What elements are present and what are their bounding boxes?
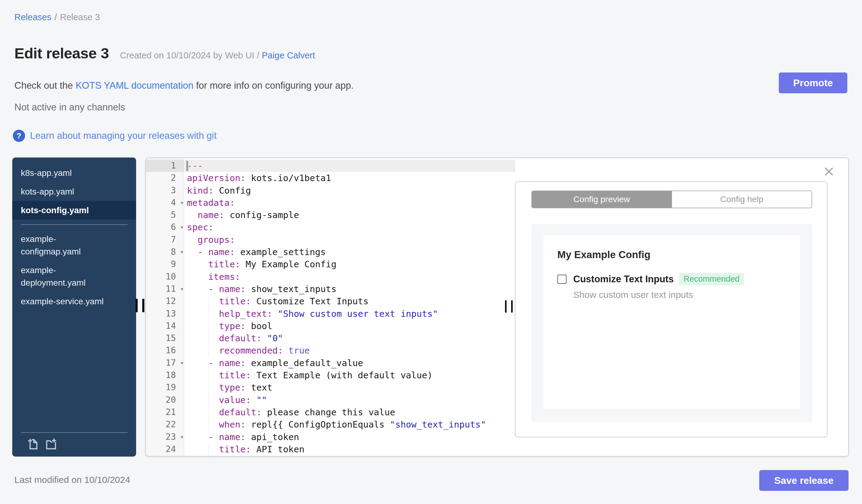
code-line-2[interactable]: apiVersion: kots.io/v1beta1 bbox=[184, 172, 515, 184]
config-preview-panel: Config previewConfig help My Example Con… bbox=[515, 158, 848, 456]
help-question-icon[interactable]: ? bbox=[13, 130, 25, 142]
indent-guide bbox=[208, 295, 209, 307]
config-item-row: Customize Text Inputs Recommended bbox=[557, 273, 786, 285]
code-line-23[interactable]: - name: api_token bbox=[184, 431, 515, 443]
code-line-22[interactable]: when: repl{{ ConfigOptionEquals "show_te… bbox=[184, 419, 515, 430]
line-number-14: 14 bbox=[146, 320, 184, 332]
tab-config-help[interactable]: Config help bbox=[671, 191, 811, 208]
indent-guide bbox=[208, 332, 209, 344]
line-number-22: 22 bbox=[146, 419, 184, 430]
created-text: Created on 10/10/2024 by Web UI / bbox=[120, 51, 259, 60]
git-releases-link[interactable]: Learn about managing your releases with … bbox=[30, 130, 217, 141]
customize-text-inputs-checkbox[interactable] bbox=[557, 275, 566, 284]
code-line-25[interactable]: type: password bbox=[184, 455, 515, 456]
line-number-19: 19 bbox=[146, 381, 184, 394]
code-line-13[interactable]: help_text: "Show custom user text inputs… bbox=[184, 308, 515, 320]
close-icon[interactable] bbox=[823, 166, 835, 177]
line-number-2: 2 bbox=[146, 172, 184, 184]
sidebar-file-kots-config.yaml[interactable]: kots-config.yaml bbox=[12, 201, 136, 220]
author-link[interactable]: Paige Calvert bbox=[262, 51, 315, 60]
git-help-row: ? Learn about managing your releases wit… bbox=[13, 130, 217, 142]
indent-guide bbox=[208, 455, 209, 456]
code-line-16[interactable]: recommended: true bbox=[184, 344, 515, 357]
code-line-24[interactable]: title: API token bbox=[184, 443, 515, 455]
new-file-icon[interactable] bbox=[26, 437, 40, 452]
yaml-editor[interactable]: ---apiVersion: kots.io/v1beta1kind: Conf… bbox=[184, 158, 515, 456]
line-number-7: 7 bbox=[146, 234, 184, 246]
code-line-9[interactable]: title: My Example Config bbox=[184, 258, 515, 270]
sidebar-file-example-service.yaml[interactable]: example-service.yaml bbox=[12, 292, 136, 311]
indent-guide bbox=[208, 381, 209, 394]
line-number-21: 21 bbox=[146, 406, 184, 419]
new-folder-icon[interactable] bbox=[44, 437, 58, 452]
sidebar-footer bbox=[12, 433, 136, 456]
code-line-18[interactable]: title: Text Example (with default value) bbox=[184, 369, 515, 381]
code-line-1[interactable]: --- bbox=[184, 160, 515, 172]
line-number-3: 3 bbox=[146, 184, 184, 197]
line-number-20: 20 bbox=[146, 394, 184, 406]
code-line-17[interactable]: - name: example_default_value bbox=[184, 357, 515, 369]
line-number-4: 4▾ bbox=[146, 197, 184, 209]
page-title: Edit release 3 bbox=[14, 45, 109, 62]
code-line-15[interactable]: default: "0" bbox=[184, 332, 515, 344]
rendered-config: My Example Config Customize Text Inputs … bbox=[544, 236, 800, 409]
sidebar-file-kots-app.yaml[interactable]: kots-app.yaml bbox=[12, 182, 136, 201]
code-line-10[interactable]: items: bbox=[184, 271, 515, 283]
config-group-title: My Example Config bbox=[557, 249, 786, 261]
code-line-5[interactable]: name: config-sample bbox=[184, 209, 515, 221]
save-release-button[interactable]: Save release bbox=[759, 470, 849, 491]
code-line-12[interactable]: title: Customize Text Inputs bbox=[184, 295, 515, 307]
code-line-6[interactable]: spec: bbox=[184, 221, 515, 233]
code-line-11[interactable]: - name: show_text_inputs bbox=[184, 283, 515, 295]
intro-text: Check out the KOTS YAML documentation fo… bbox=[14, 80, 354, 91]
line-number-11: 11▾ bbox=[146, 283, 184, 295]
indent-guide bbox=[208, 308, 209, 320]
line-number-13: 13 bbox=[146, 308, 184, 320]
editor-resize-handle[interactable] bbox=[505, 300, 513, 313]
code-line-21[interactable]: default: please change this value bbox=[184, 406, 515, 419]
line-number-15: 15 bbox=[146, 332, 184, 344]
preview-tabbar: Config previewConfig help bbox=[531, 190, 812, 208]
editor-line-gutter: 1234▾56▾78▾91011▾121314151617▾1819202122… bbox=[146, 158, 184, 456]
code-line-3[interactable]: kind: Config bbox=[184, 184, 515, 197]
code-line-7[interactable]: groups: bbox=[184, 234, 515, 246]
config-item-label: Customize Text Inputs bbox=[573, 274, 674, 285]
breadcrumb-releases-link[interactable]: Releases bbox=[14, 12, 51, 22]
indent-guide bbox=[208, 394, 209, 406]
line-number-16: 16 bbox=[146, 344, 184, 357]
release-editor-card: 1234▾56▾78▾91011▾121314151617▾1819202122… bbox=[145, 158, 849, 456]
breadcrumb-separator: / bbox=[54, 12, 57, 22]
fold-arrow-icon[interactable]: ▾ bbox=[181, 197, 183, 209]
text-cursor bbox=[186, 161, 188, 171]
fold-arrow-icon[interactable]: ▾ bbox=[181, 357, 183, 369]
sidebar-file-example-deployment.yaml[interactable]: example-deployment.yaml bbox=[12, 261, 136, 292]
sidebar-file-example-configmap.yaml[interactable]: example-configmap.yaml bbox=[12, 230, 136, 261]
tab-config-preview[interactable]: Config preview bbox=[532, 191, 671, 208]
kots-docs-link[interactable]: KOTS YAML documentation bbox=[76, 80, 193, 91]
channel-status: Not active in any channels bbox=[14, 102, 125, 113]
code-line-19[interactable]: type: text bbox=[184, 381, 515, 394]
last-modified-text: Last modified on 10/10/2024 bbox=[14, 475, 130, 485]
line-number-18: 18 bbox=[146, 369, 184, 381]
promote-button[interactable]: Promote bbox=[779, 72, 847, 93]
fold-arrow-icon[interactable]: ▾ bbox=[181, 221, 183, 233]
fold-arrow-icon[interactable]: ▾ bbox=[181, 283, 183, 295]
line-number-10: 10 bbox=[146, 271, 184, 283]
recommended-badge: Recommended bbox=[679, 273, 744, 285]
title-row: Edit release 3 Created on 10/10/2024 by … bbox=[14, 45, 315, 62]
code-line-4[interactable]: metadata: bbox=[184, 197, 515, 209]
fold-arrow-icon[interactable]: ▾ bbox=[181, 246, 183, 258]
line-number-23: 23▾ bbox=[146, 431, 184, 443]
code-line-8[interactable]: - name: example_settings bbox=[184, 246, 515, 258]
code-line-14[interactable]: type: bool bbox=[184, 320, 515, 332]
indent-guide bbox=[208, 419, 209, 430]
fold-arrow-icon[interactable]: ▾ bbox=[181, 431, 183, 443]
line-number-25: 25 bbox=[146, 455, 184, 456]
sidebar-file-k8s-app.yaml[interactable]: k8s-app.yaml bbox=[12, 164, 136, 182]
file-tree-sidebar: k8s-app.yamlkots-app.yamlkots-config.yam… bbox=[12, 158, 136, 456]
line-number-5: 5 bbox=[146, 209, 184, 221]
code-line-20[interactable]: value: "" bbox=[184, 394, 515, 406]
line-number-6: 6▾ bbox=[146, 221, 184, 233]
preview-canvas: My Example Config Customize Text Inputs … bbox=[531, 224, 812, 422]
sidebar-resize-handle[interactable] bbox=[135, 299, 144, 312]
